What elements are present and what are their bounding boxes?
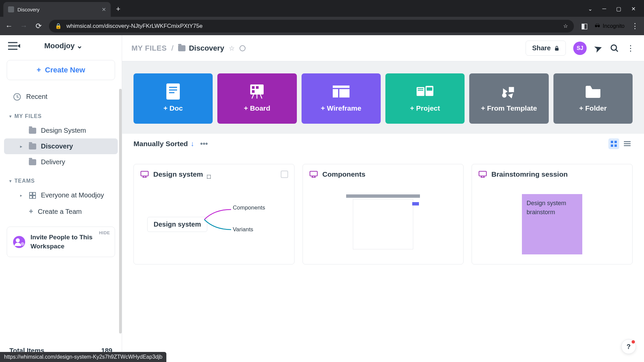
card-checkbox[interactable] (281, 171, 288, 178)
sidebar-item-discovery[interactable]: ▸ Discovery (4, 138, 118, 154)
svg-rect-3 (33, 196, 36, 198)
svg-rect-8 (166, 83, 180, 100)
workspace-picker[interactable]: Moodjoy ⌄ (44, 42, 83, 50)
notification-dot-icon (632, 340, 635, 344)
minimize-icon[interactable]: ─ (602, 6, 606, 12)
scrollbar[interactable] (119, 89, 122, 334)
sidebar-item-delivery[interactable]: Delivery (4, 154, 118, 170)
svg-rect-34 (310, 171, 317, 176)
board-icon (479, 171, 487, 178)
send-icon[interactable]: ➤ (592, 41, 604, 55)
sticky-note: Design system brainstorm (522, 194, 582, 254)
collapse-sidebar-button[interactable] (8, 41, 20, 51)
create-folder-tile[interactable]: + Folder (553, 73, 633, 124)
svg-rect-26 (611, 141, 613, 143)
breadcrumb-current[interactable]: Discovery (178, 44, 224, 53)
board-icon (310, 171, 318, 178)
board-icon (249, 85, 265, 98)
folder-icon (178, 45, 185, 51)
create-board-tile[interactable]: + Board (217, 73, 297, 124)
sort-bar: Manually Sorted ↓ ••• (122, 134, 644, 154)
folder-icon (29, 143, 36, 149)
help-button[interactable]: ? (621, 339, 636, 354)
sort-dropdown[interactable]: Manually Sorted ↓ (133, 140, 194, 148)
svg-point-25 (502, 93, 506, 98)
extensions-icon[interactable]: ◧ (580, 22, 589, 31)
create-from-template-tile[interactable]: + From Template (469, 73, 548, 124)
folder-icon (29, 159, 36, 165)
card-brainstorming[interactable]: Brainstomring session Design system brai… (472, 164, 633, 264)
caret-down-icon: ▾ (9, 179, 12, 183)
arrow-down-icon: ↓ (191, 140, 194, 148)
section-my-files[interactable]: ▾ MY FILES (0, 105, 122, 123)
plus-icon: + (37, 66, 41, 74)
invite-card[interactable]: HIDE Invite People to This Workspace (7, 227, 115, 257)
board-icon (141, 171, 149, 178)
tab-close-icon[interactable]: ✕ (102, 6, 106, 13)
card-components[interactable]: Components (303, 164, 464, 264)
wireframe-icon (333, 85, 350, 98)
list-view-button[interactable] (622, 138, 633, 149)
tab-search-icon[interactable]: ⌄ (588, 6, 592, 12)
caret-right-icon[interactable]: ▸ (20, 144, 24, 149)
svg-rect-32 (624, 145, 631, 146)
user-avatar[interactable]: SJ (573, 42, 587, 55)
reload-button[interactable]: ⟳ (34, 22, 43, 31)
create-team-button[interactable]: + Create a Team (4, 203, 118, 220)
template-icon (500, 85, 517, 98)
plus-icon: + (29, 207, 33, 216)
chevron-down-icon: ⌄ (76, 42, 83, 50)
svg-rect-23 (427, 87, 432, 91)
incognito-badge[interactable]: 🕶 Incognito (595, 23, 625, 29)
create-new-button[interactable]: + Create New (7, 60, 115, 80)
search-icon[interactable] (610, 44, 619, 53)
browser-tab[interactable]: Discovery ✕ (3, 2, 111, 17)
create-doc-tile[interactable]: + Doc (133, 73, 213, 124)
creation-tiles: + Doc + Board + Wireframe + Project + Fr… (122, 61, 644, 134)
caret-right-icon[interactable]: ▸ (20, 193, 24, 198)
invite-people-icon (13, 236, 25, 248)
svg-rect-1 (33, 192, 36, 195)
browser-tab-strip: Discovery ✕ + ⌄ ─ ▢ ✕ (0, 0, 644, 17)
svg-rect-29 (614, 144, 617, 147)
check-circle-icon[interactable] (239, 45, 246, 51)
status-bar-url: https://whimsical.com/design-system-Ky2s… (0, 352, 166, 362)
hide-button[interactable]: HIDE (99, 230, 110, 235)
svg-rect-21 (418, 90, 423, 91)
create-project-tile[interactable]: + Project (385, 73, 465, 124)
card-preview (303, 184, 463, 264)
forward-button[interactable]: → (19, 22, 28, 31)
back-button[interactable]: ← (5, 22, 13, 31)
team-icon (29, 192, 36, 199)
svg-rect-18 (339, 89, 349, 98)
star-icon[interactable]: ☆ (229, 44, 235, 52)
maximize-icon[interactable]: ▢ (616, 6, 621, 12)
share-button[interactable]: Share (526, 41, 566, 56)
sort-more-icon[interactable]: ••• (200, 139, 208, 148)
window-controls: ⌄ ─ ▢ ✕ (588, 6, 644, 17)
sidebar-item-team-everyone[interactable]: ▸ Everyone at Moodjoy (4, 187, 118, 203)
sidebar-item-recent[interactable]: Recent (4, 88, 118, 105)
more-icon[interactable]: ⋮ (627, 44, 635, 53)
cursor-icon: ⬚ (207, 174, 211, 179)
close-window-icon[interactable]: ✕ (631, 6, 636, 12)
svg-rect-17 (333, 89, 338, 98)
svg-rect-6 (555, 48, 559, 51)
address-bar[interactable]: 🔒 whimsical.com/discovery-NJtyFKrLWKFCmi… (49, 20, 574, 33)
sidebar-item-design-system[interactable]: Design System (4, 123, 118, 138)
incognito-icon: 🕶 (595, 23, 600, 29)
bookmark-star-icon[interactable]: ☆ (563, 23, 568, 29)
svg-rect-2 (30, 196, 32, 198)
new-tab-button[interactable]: + (116, 5, 120, 13)
tab-favicon (8, 6, 14, 12)
browser-menu-icon[interactable]: ⋮ (631, 22, 639, 31)
svg-rect-10 (169, 89, 177, 90)
grid-view-button[interactable] (608, 138, 619, 149)
svg-rect-13 (252, 86, 255, 89)
create-wireframe-tile[interactable]: + Wireframe (302, 73, 381, 124)
section-teams[interactable]: ▾ TEAMS (0, 170, 122, 187)
breadcrumb-root[interactable]: MY FILES (131, 44, 167, 53)
svg-rect-33 (141, 171, 148, 176)
card-design-system[interactable]: Design system ⬚ Design system Components… (133, 164, 294, 264)
caret-down-icon: ▾ (9, 114, 12, 119)
